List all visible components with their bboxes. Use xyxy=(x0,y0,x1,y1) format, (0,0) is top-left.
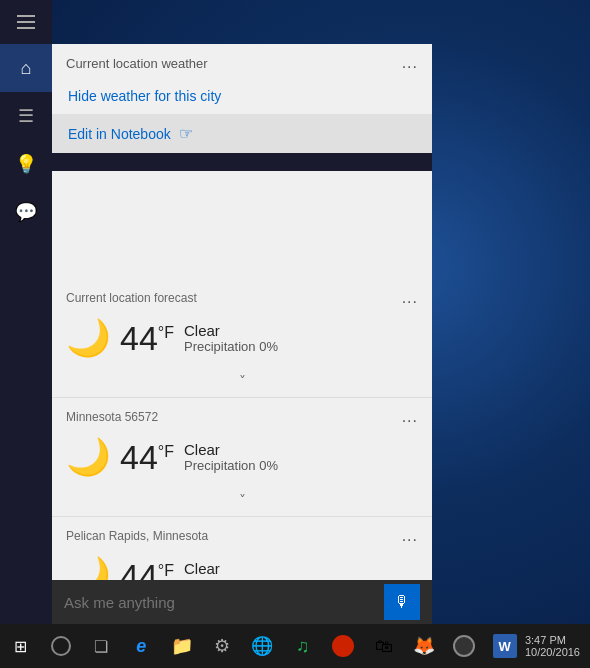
taskbar-firefox-button[interactable]: 🦊 xyxy=(404,624,444,668)
weather-condition-minnesota: Clear xyxy=(184,441,278,458)
weather-section-minnesota-dots[interactable]: ... xyxy=(402,408,418,426)
weather-section-current-label: Current location forecast xyxy=(66,291,197,305)
word-icon: W xyxy=(499,639,511,654)
weather-condition-pelican: Clear xyxy=(184,560,278,577)
cortana-sidebar: ⌂ ☰ 💡 💬 xyxy=(0,0,52,624)
context-menu-section-label: Current location weather xyxy=(66,56,208,71)
sidebar-item-home[interactable]: ⌂ xyxy=(0,44,52,92)
weather-section-pelican-dots[interactable]: ... xyxy=(402,527,418,545)
search-circle-icon xyxy=(51,636,71,656)
expand-minnesota-button[interactable]: ˅ xyxy=(52,488,432,512)
context-menu-header: Current location weather ... xyxy=(52,44,432,78)
sidebar-item-reminders[interactable]: 💡 xyxy=(0,140,52,188)
cortana-searchbar: 🎙 xyxy=(52,580,432,624)
store-icon: 🛍 xyxy=(375,636,393,657)
taskbar: ⊞ ❏ e 📁 ⚙ 🌐 ♫ 🛍 🦊 W 3:47 P xyxy=(0,624,590,668)
weather-desc-current: Clear Precipitation 0% xyxy=(184,322,278,354)
taskbar-start-button[interactable]: ⊞ xyxy=(0,624,40,668)
folder-icon: 📁 xyxy=(171,635,193,657)
weather-precip-minnesota: Precipitation 0% xyxy=(184,458,278,473)
weather-section-minnesota: Minnesota 56572 ... 🌙 44°F Clear Precipi… xyxy=(52,398,432,517)
weather-condition-current: Clear xyxy=(184,322,278,339)
weather-scroll-area[interactable]: Current location forecast ... 🌙 44°F Cle… xyxy=(52,279,432,624)
sidebar-item-notebook[interactable]: ☰ xyxy=(0,92,52,140)
weather-card-current: 🌙 44°F Clear Precipitation 0% xyxy=(52,311,432,369)
taskbar-explorer-button[interactable]: 📁 xyxy=(162,624,202,668)
lightbulb-icon: 💡 xyxy=(15,153,37,175)
hamburger-menu-button[interactable] xyxy=(0,0,52,44)
expand-current-button[interactable]: ˅ xyxy=(52,369,432,393)
microphone-button[interactable]: 🎙 xyxy=(384,584,420,620)
taskbar-spotify-button[interactable]: ♫ xyxy=(283,624,323,668)
taskbar-word-button[interactable]: W xyxy=(485,624,525,668)
weather-desc-minnesota: Clear Precipitation 0% xyxy=(184,441,278,473)
weather-section-current: Current location forecast ... 🌙 44°F Cle… xyxy=(52,279,432,398)
weather-temp-minnesota: 44°F xyxy=(120,438,174,477)
windows-start-icon: ⊞ xyxy=(14,637,27,656)
weather-section-minnesota-label: Minnesota 56572 xyxy=(66,410,158,424)
cortana-search-input[interactable] xyxy=(64,594,384,611)
edge-icon: e xyxy=(136,636,146,657)
chrome-icon: 🌐 xyxy=(251,635,273,657)
weather-moon-icon-current: 🌙 xyxy=(66,317,110,359)
hide-weather-button[interactable]: Hide weather for this city xyxy=(52,78,432,114)
spotify-icon: ♫ xyxy=(296,636,310,657)
edit-notebook-button[interactable]: Edit in Notebook ☞ xyxy=(52,114,432,153)
task-view-icon: ❏ xyxy=(94,637,108,656)
context-menu: Current location weather ... Hide weathe… xyxy=(52,44,432,153)
taskbar-chrome-button[interactable]: 🌐 xyxy=(242,624,282,668)
home-icon: ⌂ xyxy=(21,58,32,79)
cursor-pointer-icon: ☞ xyxy=(179,124,193,143)
weather-section-current-dots[interactable]: ... xyxy=(402,289,418,307)
tray-time: 3:47 PM10/20/2016 xyxy=(525,634,580,658)
taskbar-search-button[interactable] xyxy=(40,624,80,668)
weather-temp-current: 44°F xyxy=(120,319,174,358)
taskbar-taskview-button[interactable]: ❏ xyxy=(81,624,121,668)
firefox-icon: 🦊 xyxy=(413,635,435,657)
cortana-panel: Here's your weather information. Current… xyxy=(52,44,432,624)
taskbar-settings-button[interactable]: ⚙ xyxy=(202,624,242,668)
weather-card-minnesota: 🌙 44°F Clear Precipitation 0% xyxy=(52,430,432,488)
weather-precip-current: Precipitation 0% xyxy=(184,339,278,354)
context-menu-dots-button[interactable]: ... xyxy=(402,54,418,72)
taskbar-store-button[interactable]: 🛍 xyxy=(363,624,403,668)
taskbar-app1-button[interactable] xyxy=(323,624,363,668)
weather-moon-icon-minnesota: 🌙 xyxy=(66,436,110,478)
system-tray: 3:47 PM10/20/2016 xyxy=(525,634,590,658)
taskbar-app2-button[interactable] xyxy=(444,624,484,668)
weather-section-current-header: Current location forecast ... xyxy=(52,279,432,311)
weather-section-minnesota-header: Minnesota 56572 ... xyxy=(52,398,432,430)
sidebar-item-feedback[interactable]: 💬 xyxy=(0,188,52,236)
microphone-icon: 🎙 xyxy=(394,593,410,611)
weather-section-pelican-header: Pelican Rapids, Minnesota ... xyxy=(52,517,432,549)
gear-icon: ⚙ xyxy=(214,635,230,657)
weather-section-pelican-label: Pelican Rapids, Minnesota xyxy=(66,529,208,543)
feedback-icon: 💬 xyxy=(15,201,37,223)
taskbar-edge-button[interactable]: e xyxy=(121,624,161,668)
notebook-icon: ☰ xyxy=(18,105,34,127)
